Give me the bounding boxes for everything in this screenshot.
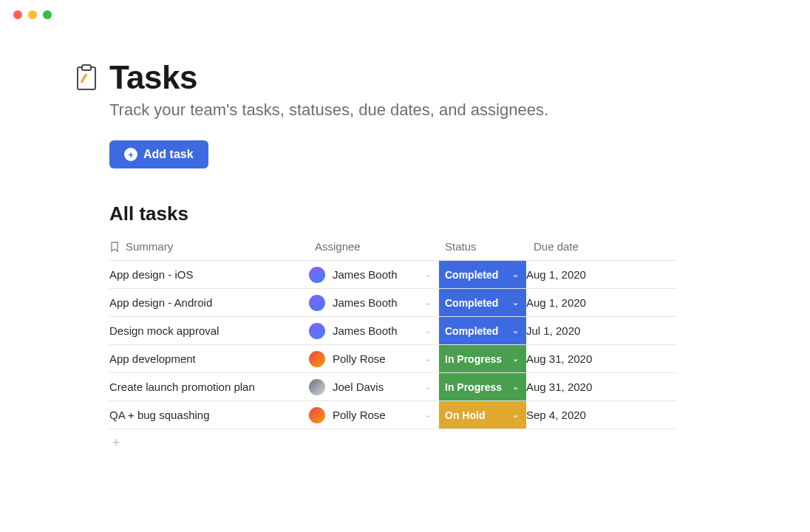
- window-controls: [0, 0, 810, 30]
- chevron-down-icon: ⌄: [425, 298, 432, 307]
- status-label: In Progress: [445, 353, 502, 365]
- avatar: [309, 351, 325, 367]
- assignee-name: James Booth: [333, 296, 439, 309]
- task-due-date[interactable]: Aug 1, 2020: [526, 289, 677, 317]
- task-summary[interactable]: App design - Android: [109, 289, 309, 317]
- task-summary[interactable]: App design - iOS: [109, 261, 309, 289]
- avatar: [309, 295, 325, 311]
- assignee-name: Joel Davis: [333, 381, 439, 393]
- table-row[interactable]: Create launch promotion planJoel Davis⌄I…: [109, 373, 677, 401]
- task-summary[interactable]: Create launch promotion plan: [109, 373, 309, 401]
- task-assignee-cell[interactable]: James Booth⌄: [309, 289, 439, 317]
- status-label: Completed: [445, 297, 498, 309]
- avatar: [309, 267, 325, 283]
- task-summary[interactable]: QA + bug squashing: [109, 401, 309, 429]
- task-status-cell[interactable]: In Progress⌄: [439, 373, 526, 401]
- section-title: All tasks: [109, 202, 736, 225]
- chevron-down-icon: ⌄: [425, 270, 432, 279]
- chevron-down-icon: ⌄: [512, 410, 519, 420]
- task-due-date[interactable]: Aug 1, 2020: [526, 261, 677, 289]
- status-label: On Hold: [445, 409, 485, 421]
- window-minimize-button[interactable]: [28, 10, 37, 19]
- task-assignee-cell[interactable]: James Booth⌄: [309, 261, 439, 289]
- avatar: [309, 323, 325, 339]
- clipboard-icon: [74, 64, 99, 92]
- task-assignee-cell[interactable]: Polly Rose⌄: [309, 401, 439, 429]
- task-assignee-cell[interactable]: Joel Davis⌄: [309, 373, 439, 401]
- task-status-cell[interactable]: Completed⌄: [439, 289, 526, 317]
- plus-circle-icon: +: [124, 148, 137, 161]
- status-label: Completed: [445, 325, 498, 337]
- page-subtitle: Track your team's tasks, statuses, due d…: [109, 100, 736, 120]
- chevron-down-icon: ⌄: [425, 326, 432, 335]
- table-row[interactable]: QA + bug squashingPolly Rose⌄On Hold⌄Sep…: [109, 401, 677, 429]
- chevron-down-icon: ⌄: [512, 326, 519, 335]
- task-summary[interactable]: Design mock approval: [109, 317, 309, 345]
- window-close-button[interactable]: [13, 10, 22, 19]
- add-row-button[interactable]: +: [74, 429, 736, 451]
- assignee-name: James Booth: [333, 268, 439, 281]
- window-zoom-button[interactable]: [43, 10, 52, 19]
- svg-rect-1: [82, 65, 91, 70]
- task-due-date[interactable]: Sep 4, 2020: [526, 401, 677, 429]
- avatar: [309, 379, 325, 395]
- avatar: [309, 407, 325, 423]
- task-due-date[interactable]: Aug 31, 2020: [526, 373, 677, 401]
- task-status-cell[interactable]: Completed⌄: [439, 261, 526, 289]
- task-status-cell[interactable]: In Progress⌄: [439, 345, 526, 373]
- table-row[interactable]: App design - AndroidJames Booth⌄Complete…: [109, 289, 677, 317]
- table-row[interactable]: App developmentPolly Rose⌄In Progress⌄Au…: [109, 345, 677, 373]
- task-status-cell[interactable]: Completed⌄: [439, 317, 526, 345]
- add-task-label: Add task: [143, 148, 194, 161]
- bookmark-icon: [109, 241, 120, 253]
- tasks-table: Summary Assignee Status Due date App des…: [109, 233, 677, 429]
- task-status-cell[interactable]: On Hold⌄: [439, 401, 526, 429]
- page-title: Tasks: [109, 59, 197, 96]
- assignee-name: James Booth: [333, 324, 439, 337]
- chevron-down-icon: ⌄: [512, 382, 519, 392]
- status-label: In Progress: [445, 381, 502, 393]
- chevron-down-icon: ⌄: [425, 382, 432, 392]
- task-assignee-cell[interactable]: James Booth⌄: [309, 317, 439, 345]
- add-task-button[interactable]: + Add task: [109, 140, 208, 168]
- assignee-name: Polly Rose: [333, 409, 439, 421]
- chevron-down-icon: ⌄: [512, 298, 519, 307]
- chevron-down-icon: ⌄: [425, 354, 432, 364]
- column-header-assignee[interactable]: Assignee: [309, 233, 439, 261]
- status-label: Completed: [445, 269, 498, 281]
- assignee-name: Polly Rose: [333, 352, 439, 365]
- chevron-down-icon: ⌄: [512, 354, 519, 364]
- chevron-down-icon: ⌄: [425, 410, 432, 420]
- table-row[interactable]: App design - iOSJames Booth⌄Completed⌄Au…: [109, 261, 677, 289]
- column-header-status[interactable]: Status: [439, 233, 526, 261]
- task-assignee-cell[interactable]: Polly Rose⌄: [309, 345, 439, 373]
- task-summary[interactable]: App development: [109, 345, 309, 373]
- task-due-date[interactable]: Jul 1, 2020: [526, 317, 677, 345]
- column-header-summary[interactable]: Summary: [109, 233, 309, 261]
- chevron-down-icon: ⌄: [512, 270, 519, 279]
- task-due-date[interactable]: Aug 31, 2020: [526, 345, 677, 373]
- column-header-due[interactable]: Due date: [526, 233, 677, 261]
- table-row[interactable]: Design mock approvalJames Booth⌄Complete…: [109, 317, 677, 345]
